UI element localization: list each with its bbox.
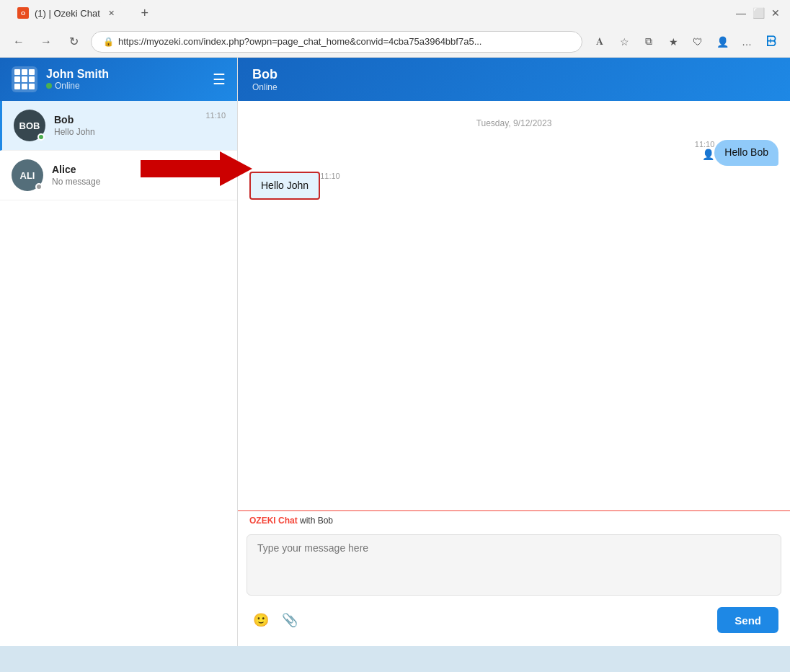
back-button[interactable]: ← <box>9 32 29 52</box>
send-button[interactable]: Send <box>717 607 778 633</box>
close-button[interactable]: ✕ <box>770 7 781 19</box>
logo-grid <box>14 69 35 89</box>
attachment-button[interactable]: 📎 <box>278 609 301 632</box>
avatar-alice: ALI <box>12 159 43 191</box>
message-bubble-sent: Hello Bob <box>714 140 778 166</box>
active-tab[interactable]: O (1) | Ozeki Chat ✕ <box>9 2 126 24</box>
tab-bar-section: O (1) | Ozeki Chat ✕ + <box>9 2 155 24</box>
sidebar-status: Online <box>46 81 204 91</box>
avatar-bob-initials: BOB <box>19 120 40 131</box>
sender-icon: 👤 <box>702 149 714 160</box>
bing-button[interactable]: ᗸ <box>761 32 781 52</box>
chat-input-area: OZEKI Chat with Bob 🙂 📎 Send <box>238 510 790 646</box>
ozeki-with: with Bob <box>300 516 333 526</box>
title-bar: O (1) | Ozeki Chat ✕ + — ⬜ ✕ <box>0 0 790 26</box>
minimize-button[interactable]: — <box>735 7 747 19</box>
bob-status-indicator <box>37 133 45 141</box>
message-input[interactable] <box>247 534 781 596</box>
tab-close-button[interactable]: ✕ <box>106 7 117 19</box>
chat-partner-info: Bob Online <box>252 67 278 92</box>
chat-partner-name: Bob <box>252 67 278 82</box>
browser-essentials-button[interactable]: 🛡 <box>688 32 708 52</box>
sidebar: John Smith Online ☰ BOB Bob Hello John <box>0 58 238 646</box>
chat-partner-status: Online <box>252 82 278 92</box>
status-dot <box>46 83 52 89</box>
tab-title: (1) | Ozeki Chat <box>35 8 100 19</box>
chat-area: Bob Online Tuesday, 9/12/2023 11:10 👤 He… <box>238 58 790 646</box>
ozeki-label: OZEKI Chat with Bob <box>238 510 790 530</box>
sent-meta: 11:10 👤 <box>695 140 715 160</box>
contact-alice-last-msg: No message <box>52 177 226 187</box>
maximize-button[interactable]: ⬜ <box>753 7 764 19</box>
app-container: John Smith Online ☰ BOB Bob Hello John <box>0 58 790 646</box>
avatar-bob: BOB <box>14 110 45 141</box>
bookmark-button[interactable]: ☆ <box>614 32 634 52</box>
contact-bob[interactable]: BOB Bob Hello John 11:10 <box>0 101 237 151</box>
browser-chrome: O (1) | Ozeki Chat ✕ + — ⬜ ✕ ← → ↻ 🔒 htt… <box>0 0 790 58</box>
chat-messages: Tuesday, 9/12/2023 11:10 👤 Hello Bob Hel… <box>238 101 790 510</box>
window-controls: — ⬜ ✕ <box>735 7 781 19</box>
app-logo <box>12 66 37 92</box>
forward-button[interactable]: → <box>36 32 56 52</box>
chat-header: Bob Online <box>238 58 790 101</box>
contact-bob-info: Bob Hello John <box>54 114 226 137</box>
tab-favicon: O <box>17 7 29 19</box>
contact-alice[interactable]: ALI Alice No message <box>0 151 237 200</box>
sidebar-username: John Smith <box>46 68 204 81</box>
sent-text: Hello Bob <box>724 146 768 158</box>
read-mode-button[interactable]: 𝐀 <box>590 32 610 52</box>
status-text: Online <box>55 81 80 91</box>
message-bubble-received: Hello John <box>249 172 320 200</box>
sent-time: 11:10 <box>695 140 715 149</box>
menu-button[interactable]: ☰ <box>213 71 226 88</box>
contact-alice-name: Alice <box>52 164 226 175</box>
input-toolbar: 🙂 📎 Send <box>238 603 790 637</box>
alice-status-indicator <box>35 183 43 190</box>
message-row-received: Hello John 11:10 <box>249 172 778 200</box>
received-text: Hello John <box>261 180 309 191</box>
tab-groups-button[interactable]: ⧉ <box>639 32 659 52</box>
ozeki-brand: OZEKI Chat <box>249 516 298 526</box>
address-icons: 𝐀 ☆ ⧉ ★ 🛡 👤 … ᗸ <box>590 32 781 52</box>
contact-bob-name: Bob <box>54 114 226 125</box>
url-text: https://myozeki.com/index.php?owpn=page_… <box>118 36 481 47</box>
sidebar-header: John Smith Online ☰ <box>0 58 237 101</box>
avatar-alice-initials: ALI <box>20 170 35 181</box>
date-divider: Tuesday, 9/12/2023 <box>249 118 778 128</box>
profile-button[interactable]: 👤 <box>712 32 732 52</box>
settings-button[interactable]: … <box>737 32 757 52</box>
received-meta: 11:10 <box>320 172 340 180</box>
contact-alice-info: Alice No message <box>52 164 226 187</box>
reload-button[interactable]: ↻ <box>63 32 84 52</box>
message-row-sent: 11:10 👤 Hello Bob <box>249 140 778 166</box>
sidebar-user-info: John Smith Online <box>46 68 204 91</box>
contact-bob-time: 11:10 <box>205 111 226 120</box>
contact-list: BOB Bob Hello John 11:10 ALI Alice No me… <box>0 101 237 646</box>
favorites-button[interactable]: ★ <box>663 32 683 52</box>
address-bar: ← → ↻ 🔒 https://myozeki.com/index.php?ow… <box>0 26 790 58</box>
new-tab-button[interactable]: + <box>135 3 155 23</box>
received-time: 11:10 <box>320 172 340 180</box>
emoji-button[interactable]: 🙂 <box>249 609 272 632</box>
contact-bob-last-msg: Hello John <box>54 127 226 137</box>
address-input[interactable]: 🔒 https://myozeki.com/index.php?owpn=pag… <box>91 31 582 53</box>
